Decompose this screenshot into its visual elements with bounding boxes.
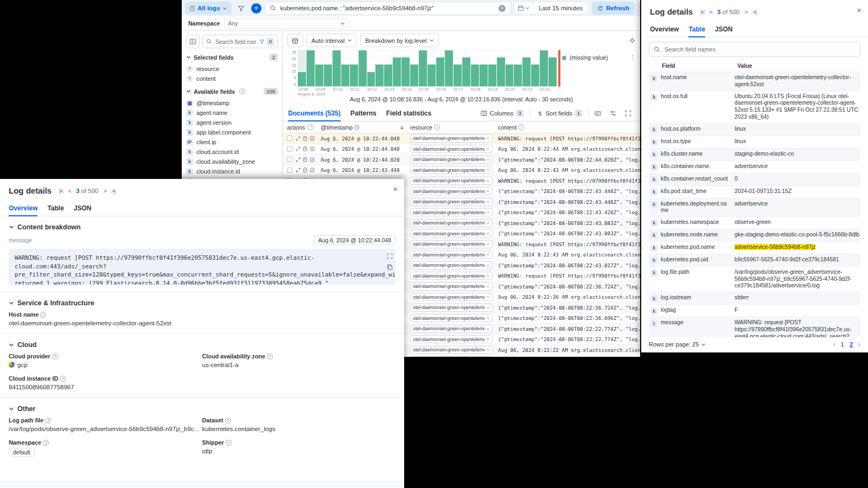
row-checkbox[interactable] xyxy=(287,136,292,141)
detail-search-input[interactable] xyxy=(663,46,856,53)
histogram-plot-area[interactable] xyxy=(298,50,557,87)
field-name[interactable]: host.name xyxy=(661,74,735,81)
time-range-label[interactable]: Last 15 minutes xyxy=(533,5,588,11)
histogram-bucket[interactable] xyxy=(531,50,539,86)
histogram-bucket[interactable] xyxy=(480,50,488,86)
panel-tab[interactable]: JSON xyxy=(715,21,733,37)
table-row[interactable]: k k8s.container.restart_count 0 xyxy=(649,173,860,185)
field-name[interactable]: log.file.path xyxy=(661,269,735,276)
histogram-bucket[interactable] xyxy=(333,50,341,86)
row-checkbox[interactable] xyxy=(287,146,292,152)
host-name-value[interactable]: otel-daemonset-green-opentelemetry-colle… xyxy=(9,320,395,326)
panel-tab[interactable]: Overview xyxy=(650,21,679,37)
resource-cell-select[interactable]: otel-daemonset-green-opentelemetry-colle… xyxy=(410,346,493,354)
cloud-header[interactable]: Cloud xyxy=(9,341,395,349)
field-list-item[interactable]: k cloud.account.id xyxy=(186,147,278,157)
field-filter-icon[interactable] xyxy=(259,39,265,44)
table-row[interactable]: Aug 6, 2024 @ 10:22:43.448 otel-daemonse… xyxy=(283,165,640,176)
data-view-selector[interactable]: All logs xyxy=(185,2,232,15)
histogram-bucket[interactable] xyxy=(427,50,436,86)
resource-cell-select[interactable]: otel-daemonset-green-opentelemetry-colle… xyxy=(410,325,493,333)
add-filter-button[interactable] xyxy=(251,3,261,14)
field-list-item[interactable]: k cloud.availability_zone xyxy=(186,157,278,166)
calendar-icon[interactable] xyxy=(514,2,533,14)
histogram-bucket[interactable] xyxy=(324,50,332,86)
expand-row-icon[interactable] xyxy=(296,168,301,172)
resource-cell-select[interactable]: otel-daemonset-green-opentelemetry-colle… xyxy=(410,335,493,343)
expand-row-icon[interactable] xyxy=(296,146,301,151)
histogram-bucket[interactable] xyxy=(341,50,349,86)
histogram-bucket[interactable] xyxy=(315,50,323,86)
refresh-button[interactable]: Refresh xyxy=(592,2,635,15)
interval-selector[interactable]: Auto interval xyxy=(307,34,357,47)
edit-visualization-button[interactable] xyxy=(287,34,303,47)
timestamp-column-header[interactable]: @timestamp xyxy=(321,124,353,131)
field-name[interactable]: k8s.container.name xyxy=(661,163,735,170)
histogram-bucket[interactable] xyxy=(410,50,418,86)
service-infrastructure-header[interactable]: Service & Infrastructure xyxy=(9,299,395,307)
next-page-icon[interactable] xyxy=(104,188,106,194)
table-row[interactable]: k log.iostream stderr xyxy=(649,292,860,304)
histogram-bucket[interactable] xyxy=(454,50,462,86)
message-code-block[interactable]: WARNING: request [POST https://97990ffbc… xyxy=(9,249,395,285)
resource-cell-select[interactable]: otel-daemonset-green-opentelemetry-colle… xyxy=(410,229,493,237)
table-row[interactable]: k logtag F xyxy=(649,304,860,317)
field-name[interactable]: k8s.cluster.name xyxy=(661,151,735,158)
resource-cell-select[interactable]: otel-daemonset-green-opentelemetry-colle… xyxy=(410,251,493,259)
resource-cell-select[interactable]: otel-daemonset-green-opentelemetry-colle… xyxy=(410,208,493,216)
table-row[interactable]: k k8s.cluster.name staging-demo-elastic-… xyxy=(649,148,860,160)
namespace-select[interactable]: Any xyxy=(224,18,349,29)
row-density-button[interactable] xyxy=(591,107,604,120)
resource-cell-select[interactable]: otel-daemonset-green-opentelemetry-colle… xyxy=(410,134,493,143)
rows-per-page-label[interactable]: Rows per page: 25 xyxy=(649,341,699,348)
chart-options-icon[interactable] xyxy=(629,37,636,44)
field-name[interactable]: host.os.platform xyxy=(661,126,735,133)
first-page-icon[interactable] xyxy=(59,188,63,194)
date-picker[interactable]: Last 15 minutes xyxy=(514,2,589,15)
table-row[interactable]: k kubernetes.node.name gke-staging-demo-… xyxy=(649,229,860,241)
display-options-button[interactable] xyxy=(607,107,620,120)
view-details-icon[interactable] xyxy=(303,136,308,141)
flyout-tab[interactable]: Overview xyxy=(9,200,37,216)
histogram-bucket[interactable] xyxy=(548,50,557,86)
table-row[interactable]: k host.os.platform linux xyxy=(649,123,860,136)
expand-message-icon[interactable] xyxy=(387,253,393,259)
page-number-1[interactable]: 1 xyxy=(841,341,844,348)
field-name[interactable]: kubernetes.namespace xyxy=(661,219,735,226)
histogram-bucket[interactable] xyxy=(393,50,401,86)
sort-descending-icon[interactable] xyxy=(399,125,405,130)
resource-cell-select[interactable]: otel-daemonset-green-opentelemetry-colle… xyxy=(410,240,493,248)
legend-kebab-icon[interactable] xyxy=(630,54,636,61)
field-list-item[interactable]: k agent.version xyxy=(186,118,278,127)
resource-cell-select[interactable]: otel-daemonset-green-opentelemetry-colle… xyxy=(410,177,493,185)
row-checkbox[interactable] xyxy=(287,168,292,173)
cloud-provider-value[interactable]: gcp xyxy=(17,362,28,368)
chevron-down-icon[interactable] xyxy=(701,342,706,347)
table-row[interactable]: k host.os.full Ubuntu 20.04.6 LTS (Focal… xyxy=(649,91,860,123)
histogram-bucket[interactable] xyxy=(522,50,531,86)
previous-page-icon[interactable] xyxy=(709,9,712,15)
histogram-bucket[interactable] xyxy=(445,50,453,86)
other-header[interactable]: Other xyxy=(9,405,395,413)
field-name[interactable]: logtag xyxy=(661,307,735,314)
resource-cell-select[interactable]: otel-daemonset-green-opentelemetry-colle… xyxy=(410,219,493,227)
field-list-item[interactable]: ? resource xyxy=(186,64,278,74)
histogram-bucket[interactable] xyxy=(506,50,514,86)
inspect-icon[interactable] xyxy=(310,136,315,141)
collapse-sidebar-button[interactable] xyxy=(186,35,200,48)
histogram-bucket[interactable] xyxy=(514,50,522,86)
table-row[interactable]: k k8s.pod.start_time 2024-01-09T15:31:15… xyxy=(649,185,860,198)
table-row[interactable]: k k8s.container.name advertservice xyxy=(649,160,860,173)
next-page-arrow[interactable]: › xyxy=(858,341,860,348)
field-list-item[interactable]: IP client.ip xyxy=(186,137,278,147)
cloud-instance-value[interactable]: 8411500896087758967 xyxy=(9,384,395,390)
histogram-bucket[interactable] xyxy=(488,50,496,86)
resource-column-header[interactable]: resource xyxy=(410,124,432,131)
copy-icon[interactable] xyxy=(387,264,393,270)
row-checkbox[interactable] xyxy=(287,157,292,162)
inspect-icon[interactable] xyxy=(310,168,315,172)
view-details-icon[interactable] xyxy=(303,146,308,151)
field-list-item[interactable]: k app.label.component xyxy=(186,127,278,137)
histogram-bucket[interactable] xyxy=(350,50,358,86)
histogram-bucket[interactable] xyxy=(471,50,479,86)
